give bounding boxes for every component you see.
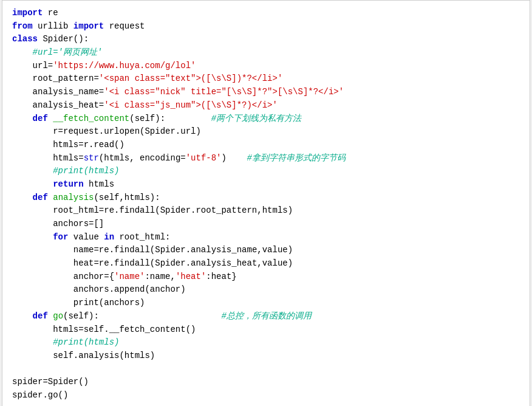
code-line-29: spider=Spider() xyxy=(12,376,520,389)
code-line-19: name=re.findall(Spider.analysis_name,val… xyxy=(12,244,520,257)
code-line-4: #url='网页网址' xyxy=(12,46,520,60)
code-line-3: class Spider(): xyxy=(12,33,520,46)
code-line-23: print(anchors) xyxy=(12,297,520,310)
code-line-6: root_pattern='<span class="text">([\s\S]… xyxy=(12,72,520,86)
code-line-27: self.analysis(htmls) xyxy=(12,349,520,363)
code-line-17: anchors=[] xyxy=(12,218,520,231)
code-line-25: htmls=self.__fetch_content() xyxy=(12,323,520,337)
code-line-26: #print(htmls) xyxy=(12,336,520,349)
code-line-5: url='https://www.huya.com/g/lol' xyxy=(12,60,520,73)
code-line-8: analysis_heat='<i class="js_num">([\s\S]… xyxy=(12,99,520,112)
code-line-15: def analysis(self,htmls): xyxy=(12,191,520,205)
code-line-30: spider.go() xyxy=(12,389,520,402)
code-line-12: htmls=str(htmls, encoding='utf-8') #拿到字符… xyxy=(12,152,520,165)
code-line-24: def go(self): #总控，所有函数的调用 xyxy=(12,310,520,323)
code-line-9: def __fetch_content(self): #两个下划线为私有方法 xyxy=(12,112,520,126)
code-line-28 xyxy=(12,363,520,376)
code-line-13: #print(htmls) xyxy=(12,165,520,178)
code-line-18: for value in root_html: xyxy=(12,231,520,244)
code-line-11: htmls=r.read() xyxy=(12,139,520,152)
code-line-10: r=request.urlopen(Spider.url) xyxy=(12,125,520,139)
code-line-2: from urllib import request xyxy=(12,20,520,33)
code-line-16: root_html=re.findall(Spider.root_pattern… xyxy=(12,204,520,218)
code-line-14: return htmls xyxy=(12,178,520,191)
code-line-20: heat=re.findall(Spider.analysis_heat,val… xyxy=(12,257,520,270)
code-line-22: anchors.append(anchor) xyxy=(12,283,520,297)
code-line-7: analysis_name='<i class="nick" title="[\… xyxy=(12,86,520,99)
code-line-21: anchor={'name':name,'heat':heat} xyxy=(12,270,520,284)
code-editor: import re from urllib import request cla… xyxy=(2,0,530,406)
code-line-1: import re xyxy=(12,7,520,20)
